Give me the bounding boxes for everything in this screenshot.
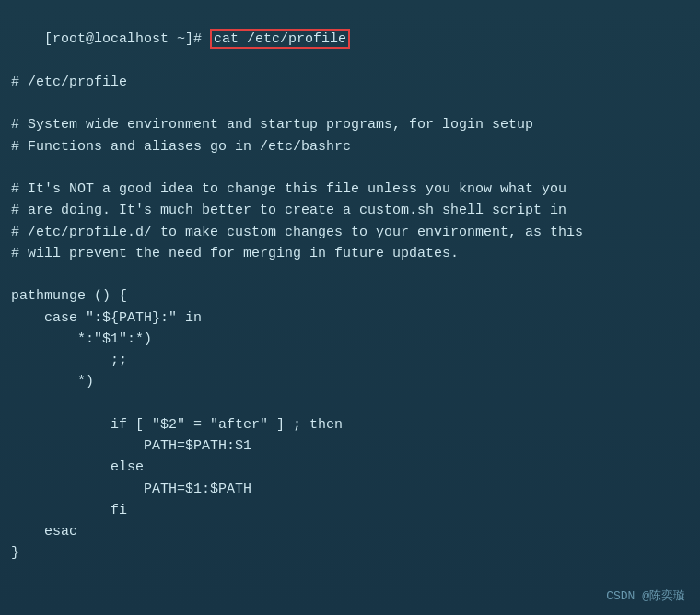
- prompt-line: [root@localhost ~]# cat /etc/profile: [11, 7, 689, 72]
- terminal-window: [root@localhost ~]# cat /etc/profile # /…: [0, 0, 700, 615]
- line-path2: PATH=$1:$PATH: [11, 479, 689, 500]
- line-wildcard: *): [11, 371, 689, 392]
- line-if: if [ "$2" = "after" ] ; then: [11, 414, 689, 435]
- empty-line-1: [11, 93, 689, 114]
- line-path1: PATH=$PATH:$1: [11, 435, 689, 457]
- line-case: case ":${PATH}:" in: [11, 308, 689, 329]
- line-comment1: # System wide environment and startup pr…: [11, 114, 689, 135]
- line-dsemi: ;;: [11, 350, 689, 371]
- line-pattern: *:"$1":*): [11, 329, 689, 350]
- empty-line-3: [11, 264, 689, 285]
- empty-line-2: [11, 157, 689, 179]
- line-comment6: # will prevent the need for merging in f…: [11, 243, 689, 264]
- prompt-text: [root@localhost ~]#: [44, 31, 210, 47]
- line-comment-header: # /etc/profile: [11, 72, 689, 93]
- line-close: }: [11, 542, 689, 563]
- watermark: CSDN @陈奕璇: [606, 587, 685, 604]
- line-comment2: # Functions and aliases go in /etc/bashr…: [11, 136, 689, 157]
- line-esac: esac: [11, 521, 689, 542]
- empty-line-4: [11, 393, 689, 414]
- line-else: else: [11, 457, 689, 478]
- line-comment5: # /etc/profile.d/ to make custom changes…: [11, 222, 689, 243]
- line-fi: fi: [11, 500, 689, 521]
- line-comment3: # It's NOT a good idea to change this fi…: [11, 179, 689, 200]
- line-func: pathmunge () {: [11, 285, 689, 307]
- command-text: cat /etc/profile: [210, 29, 350, 49]
- line-comment4: # are doing. It's much better to create …: [11, 200, 689, 221]
